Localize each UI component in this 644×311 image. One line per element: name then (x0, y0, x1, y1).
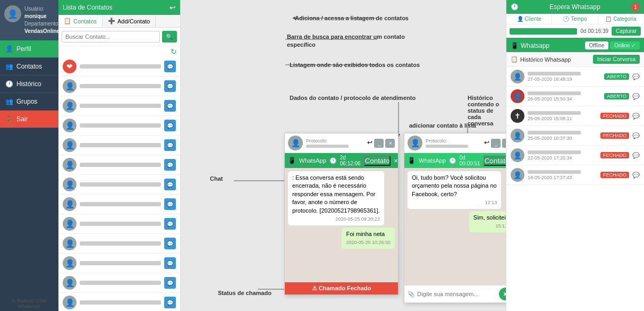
chat-icon[interactable]: 💬 (164, 297, 176, 308)
contact-name-bar (80, 182, 161, 187)
iniciar-conversa-button[interactable]: Iniciar Conversa (593, 55, 640, 64)
avatar: ✝ (511, 109, 524, 123)
chat-icon[interactable]: 💬 (164, 159, 176, 171)
wa-status-buttons: Offline Online ✓ (585, 41, 640, 49)
contacts-tabs: 📋 Contatos ➕ Add/Contato (58, 15, 180, 28)
avatar: 👤 (63, 99, 77, 113)
chat-time: 0d 00:00:51 (460, 155, 480, 166)
historico-item-2[interactable]: ✝ 25-05-2020 15:06:11 FECHADO 💬 (506, 106, 644, 126)
chat-icon[interactable]: 💬 (164, 218, 176, 230)
chat-icon[interactable]: 💬 (164, 277, 176, 289)
name-bar (528, 72, 581, 75)
historico-item-5[interactable]: 👤 18-05-2020 17:27:43 FECHADO 💬 (506, 165, 644, 185)
list-item[interactable]: 👤 💬 (58, 214, 180, 234)
message-text: Foi minha neta (346, 231, 385, 237)
list-item[interactable]: 👤 💬 (58, 116, 180, 136)
list-item[interactable]: 👤 💬 (58, 273, 180, 293)
list-item[interactable]: 👤 💬 (58, 175, 180, 195)
chat-message: : Essa conversa está sendo encerrada, nã… (288, 171, 384, 225)
sidebar-item-perfil[interactable]: 👤 Perfil (0, 40, 58, 58)
chat-messages-1: : Essa conversa está sendo encerrada, nã… (285, 168, 398, 282)
chat-icon[interactable]: 💬 (164, 80, 176, 92)
avatar: 👤 (511, 129, 524, 142)
list-item[interactable]: 👤 💬 (58, 96, 180, 116)
wa-close-icon[interactable]: ✕ (394, 158, 398, 164)
avatar: 👤 (63, 276, 77, 290)
list-item[interactable]: 👤 💬 (58, 234, 180, 254)
contato-button[interactable]: Contato (484, 156, 506, 166)
avatar: 👤 (63, 138, 77, 152)
client-icon: 👤 (517, 16, 523, 22)
message-text: Oi, tudo bom? Você solicitou orçamento p… (412, 174, 497, 197)
contato-btn-area: Contato (484, 156, 506, 166)
tab-add-contact[interactable]: ➕ Add/Contato (103, 15, 156, 27)
name-bar (528, 131, 581, 135)
attach-icon[interactable]: 📎 (408, 291, 415, 298)
status-badge: FECHADO (600, 113, 629, 119)
search-input[interactable] (62, 31, 160, 43)
historico-info: 18-05-2020 17:27:43 (528, 170, 597, 180)
historico-date: 25-05-2020 10:37:30 (528, 136, 597, 141)
user-label: Usuário: (24, 5, 60, 13)
historico-item-3[interactable]: 👤 25-05-2020 10:37:30 FECHADO 💬 (506, 126, 644, 146)
offline-button[interactable]: Offline (585, 41, 609, 49)
chat-icon[interactable]: 💬 (164, 120, 176, 131)
protocol-bar (426, 145, 468, 148)
perfil-icon: 👤 (5, 45, 13, 53)
chat-icon[interactable]: 💬 (164, 198, 176, 210)
sidebar-user-info: 👤 Usuário: monique Departamento: VendasO… (0, 0, 58, 40)
sidebar-item-contatos[interactable]: 👥 Contatos (0, 58, 58, 75)
message-input[interactable] (417, 291, 497, 297)
grupos-icon: 👥 (5, 98, 13, 105)
chat-icon[interactable]: 💬 (164, 61, 176, 72)
list-item[interactable]: ❤ 💬 (58, 57, 180, 77)
contato-button[interactable]: Contato (364, 156, 391, 166)
capturar-button[interactable]: Capturar (612, 27, 641, 36)
minimize-button[interactable]: _ (374, 139, 384, 148)
refresh-icon[interactable]: ↻ (171, 47, 177, 56)
chat-icon[interactable]: 💬 (164, 179, 176, 190)
sidebar-item-historico[interactable]: 🕐 Histórico (0, 75, 58, 93)
reply-icon[interactable]: ↩ (484, 139, 489, 148)
avatar: 👤 (4, 5, 21, 22)
chat-icon[interactable]: 💬 (164, 238, 176, 249)
online-button[interactable]: Online ✓ (610, 41, 640, 49)
search-button[interactable]: 🔍 (162, 31, 177, 43)
historico-info: 27-05-2020 16:48:19 (528, 72, 601, 82)
historico-info: 22-05-2020 17:20:34 (528, 150, 597, 161)
list-item[interactable]: 👤 💬 (58, 155, 180, 175)
list-item[interactable]: 👤 💬 (58, 136, 180, 155)
chat-info-1: Protocolo: (306, 138, 364, 148)
chat-icon[interactable]: 💬 (164, 257, 176, 269)
sidebar-item-sair[interactable]: 🚪 Sair (0, 111, 58, 128)
contact-name-bar (80, 222, 161, 226)
status-badge: FECHADO (600, 132, 629, 139)
historico-item-0[interactable]: 👤 27-05-2020 16:48:19 ABERTO 💬 (506, 67, 644, 87)
close-button[interactable]: × (502, 139, 506, 148)
message-text: Sim, solicitei. (473, 214, 506, 221)
list-item[interactable]: 👤 💬 (58, 254, 180, 273)
sidebar-item-grupos[interactable]: 👥 Grupos (0, 93, 58, 111)
tab-contacts[interactable]: 📋 Contatos (58, 15, 103, 27)
list-item[interactable]: 👤 💬 (58, 195, 180, 214)
historico-item-1[interactable]: 👤 26-05-2020 15:50:34 ABERTO 💬 (506, 87, 644, 106)
chat-icon[interactable]: 💬 (164, 139, 176, 151)
historico-icon: 📋 (511, 56, 518, 63)
send-button[interactable]: ➤ (499, 288, 506, 300)
sidebar-item-label: Grupos (16, 98, 37, 105)
chat-info-2: Protocolo: (426, 138, 481, 148)
avatar: 👤 (63, 256, 77, 270)
warning-icon: ⚠ (312, 285, 317, 291)
message-text: : Essa conversa está sendo encerrada, nã… (292, 174, 380, 214)
contacts-header: Lista de Contatos ↩ (58, 0, 180, 15)
chat-icon[interactable]: 💬 (164, 100, 176, 112)
historico-item-4[interactable]: 👤 22-05-2020 17:20:34 FECHADO 💬 (506, 146, 644, 165)
list-item[interactable]: 👤 💬 (58, 293, 180, 311)
list-item[interactable]: 👤 💬 (58, 77, 180, 96)
close-button[interactable]: × (385, 139, 395, 148)
chat-icon: 💬 (632, 73, 640, 80)
avatar: 👤 (63, 79, 77, 93)
reply-icon[interactable]: ↩ (367, 139, 372, 148)
minimize-button[interactable]: _ (491, 139, 501, 148)
chat-actions-1: ↩ _ × (367, 139, 395, 148)
